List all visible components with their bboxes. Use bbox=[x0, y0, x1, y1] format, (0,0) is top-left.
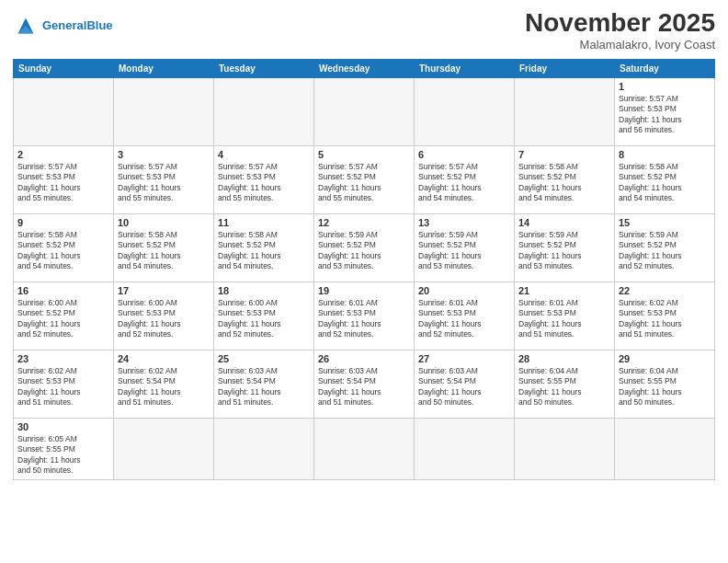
calendar-cell: 18Sunrise: 6:00 AM Sunset: 5:53 PM Dayli… bbox=[214, 282, 314, 350]
calendar-cell bbox=[415, 77, 515, 145]
day-info: Sunrise: 5:58 AM Sunset: 5:52 PM Dayligh… bbox=[518, 162, 610, 204]
day-info: Sunrise: 5:57 AM Sunset: 5:53 PM Dayligh… bbox=[218, 162, 310, 204]
day-info: Sunrise: 5:57 AM Sunset: 5:52 PM Dayligh… bbox=[318, 162, 410, 204]
day-number: 28 bbox=[518, 353, 610, 364]
weekday-header-thursday: Thursday bbox=[415, 59, 515, 77]
day-info: Sunrise: 5:57 AM Sunset: 5:53 PM Dayligh… bbox=[118, 162, 210, 204]
calendar-cell: 30Sunrise: 6:05 AM Sunset: 5:55 PM Dayli… bbox=[14, 418, 114, 479]
calendar-cell: 26Sunrise: 6:03 AM Sunset: 5:54 PM Dayli… bbox=[314, 350, 415, 418]
calendar-cell: 13Sunrise: 5:59 AM Sunset: 5:52 PM Dayli… bbox=[415, 213, 515, 282]
day-number: 6 bbox=[418, 149, 510, 160]
weekday-header-monday: Monday bbox=[114, 59, 214, 77]
day-info: Sunrise: 5:57 AM Sunset: 5:53 PM Dayligh… bbox=[17, 162, 109, 204]
day-info: Sunrise: 5:58 AM Sunset: 5:52 PM Dayligh… bbox=[118, 230, 210, 272]
calendar-cell: 16Sunrise: 6:00 AM Sunset: 5:52 PM Dayli… bbox=[14, 282, 114, 350]
day-number: 20 bbox=[418, 285, 510, 296]
day-number: 23 bbox=[17, 353, 109, 364]
calendar-cell: 12Sunrise: 5:59 AM Sunset: 5:52 PM Dayli… bbox=[314, 213, 415, 282]
calendar-cell: 22Sunrise: 6:02 AM Sunset: 5:53 PM Dayli… bbox=[615, 282, 715, 350]
calendar-cell: 7Sunrise: 5:58 AM Sunset: 5:52 PM Daylig… bbox=[515, 145, 615, 213]
calendar-cell: 5Sunrise: 5:57 AM Sunset: 5:52 PM Daylig… bbox=[314, 145, 415, 213]
title-block: November 2025 Malamalakro, Ivory Coast bbox=[525, 9, 715, 52]
calendar-cell: 28Sunrise: 6:04 AM Sunset: 5:55 PM Dayli… bbox=[515, 350, 615, 418]
day-info: Sunrise: 6:02 AM Sunset: 5:53 PM Dayligh… bbox=[619, 298, 711, 340]
day-info: Sunrise: 5:57 AM Sunset: 5:53 PM Dayligh… bbox=[619, 94, 711, 136]
calendar-body: 1Sunrise: 5:57 AM Sunset: 5:53 PM Daylig… bbox=[14, 77, 715, 479]
day-info: Sunrise: 6:04 AM Sunset: 5:55 PM Dayligh… bbox=[619, 366, 711, 408]
day-info: Sunrise: 5:59 AM Sunset: 5:52 PM Dayligh… bbox=[518, 230, 610, 272]
logo-general: General bbox=[42, 18, 86, 32]
weekday-header-row: SundayMondayTuesdayWednesdayThursdayFrid… bbox=[14, 59, 715, 77]
calendar-cell: 9Sunrise: 5:58 AM Sunset: 5:52 PM Daylig… bbox=[14, 213, 114, 282]
day-number: 17 bbox=[118, 285, 210, 296]
calendar-cell bbox=[615, 418, 715, 479]
day-number: 26 bbox=[318, 353, 410, 364]
calendar-cell: 11Sunrise: 5:58 AM Sunset: 5:52 PM Dayli… bbox=[214, 213, 314, 282]
day-number: 21 bbox=[518, 285, 610, 296]
day-number: 15 bbox=[619, 217, 711, 228]
day-number: 22 bbox=[619, 285, 711, 296]
calendar-cell bbox=[515, 418, 615, 479]
calendar-cell: 27Sunrise: 6:03 AM Sunset: 5:54 PM Dayli… bbox=[415, 350, 515, 418]
calendar-cell: 25Sunrise: 6:03 AM Sunset: 5:54 PM Dayli… bbox=[214, 350, 314, 418]
day-number: 27 bbox=[418, 353, 510, 364]
weekday-header-tuesday: Tuesday bbox=[214, 59, 314, 77]
day-info: Sunrise: 5:59 AM Sunset: 5:52 PM Dayligh… bbox=[418, 230, 510, 272]
calendar-cell: 8Sunrise: 5:58 AM Sunset: 5:52 PM Daylig… bbox=[615, 145, 715, 213]
day-info: Sunrise: 6:00 AM Sunset: 5:53 PM Dayligh… bbox=[118, 298, 210, 340]
day-number: 4 bbox=[218, 149, 310, 160]
calendar-cell: 3Sunrise: 5:57 AM Sunset: 5:53 PM Daylig… bbox=[114, 145, 214, 213]
calendar-cell bbox=[314, 77, 415, 145]
calendar-cell: 21Sunrise: 6:01 AM Sunset: 5:53 PM Dayli… bbox=[515, 282, 615, 350]
logo-blue: Blue bbox=[86, 18, 112, 32]
day-number: 8 bbox=[619, 149, 711, 160]
calendar-week-1: 1Sunrise: 5:57 AM Sunset: 5:53 PM Daylig… bbox=[14, 77, 715, 145]
logo-text: GeneralBlue bbox=[42, 18, 113, 33]
day-info: Sunrise: 5:57 AM Sunset: 5:52 PM Dayligh… bbox=[418, 162, 510, 204]
calendar-week-4: 16Sunrise: 6:00 AM Sunset: 5:52 PM Dayli… bbox=[14, 282, 715, 350]
day-info: Sunrise: 5:58 AM Sunset: 5:52 PM Dayligh… bbox=[218, 230, 310, 272]
weekday-header-saturday: Saturday bbox=[615, 59, 715, 77]
calendar-cell: 10Sunrise: 5:58 AM Sunset: 5:52 PM Dayli… bbox=[114, 213, 214, 282]
calendar-week-3: 9Sunrise: 5:58 AM Sunset: 5:52 PM Daylig… bbox=[14, 213, 715, 282]
day-info: Sunrise: 6:02 AM Sunset: 5:54 PM Dayligh… bbox=[118, 366, 210, 408]
day-number: 12 bbox=[318, 217, 410, 228]
calendar-cell: 15Sunrise: 5:59 AM Sunset: 5:52 PM Dayli… bbox=[615, 213, 715, 282]
calendar-week-5: 23Sunrise: 6:02 AM Sunset: 5:53 PM Dayli… bbox=[14, 350, 715, 418]
logo-icon bbox=[13, 13, 39, 39]
calendar-page: GeneralBlue November 2025 Malamalakro, I… bbox=[0, 0, 728, 563]
day-info: Sunrise: 6:03 AM Sunset: 5:54 PM Dayligh… bbox=[318, 366, 410, 408]
calendar-cell: 6Sunrise: 5:57 AM Sunset: 5:52 PM Daylig… bbox=[415, 145, 515, 213]
calendar-header: SundayMondayTuesdayWednesdayThursdayFrid… bbox=[14, 59, 715, 77]
day-info: Sunrise: 6:03 AM Sunset: 5:54 PM Dayligh… bbox=[218, 366, 310, 408]
calendar-cell: 29Sunrise: 6:04 AM Sunset: 5:55 PM Dayli… bbox=[615, 350, 715, 418]
calendar-cell: 20Sunrise: 6:01 AM Sunset: 5:53 PM Dayli… bbox=[415, 282, 515, 350]
day-number: 1 bbox=[619, 81, 711, 92]
day-info: Sunrise: 5:59 AM Sunset: 5:52 PM Dayligh… bbox=[619, 230, 711, 272]
day-number: 25 bbox=[218, 353, 310, 364]
day-number: 24 bbox=[118, 353, 210, 364]
calendar-cell: 19Sunrise: 6:01 AM Sunset: 5:53 PM Dayli… bbox=[314, 282, 415, 350]
day-number: 10 bbox=[118, 217, 210, 228]
day-info: Sunrise: 5:59 AM Sunset: 5:52 PM Dayligh… bbox=[318, 230, 410, 272]
calendar-cell: 23Sunrise: 6:02 AM Sunset: 5:53 PM Dayli… bbox=[14, 350, 114, 418]
day-info: Sunrise: 6:00 AM Sunset: 5:52 PM Dayligh… bbox=[17, 298, 109, 340]
calendar-cell bbox=[14, 77, 114, 145]
day-info: Sunrise: 6:03 AM Sunset: 5:54 PM Dayligh… bbox=[418, 366, 510, 408]
day-info: Sunrise: 6:01 AM Sunset: 5:53 PM Dayligh… bbox=[418, 298, 510, 340]
calendar-cell bbox=[114, 77, 214, 145]
day-number: 14 bbox=[518, 217, 610, 228]
day-info: Sunrise: 6:04 AM Sunset: 5:55 PM Dayligh… bbox=[518, 366, 610, 408]
calendar-cell bbox=[214, 77, 314, 145]
calendar-cell: 1Sunrise: 5:57 AM Sunset: 5:53 PM Daylig… bbox=[615, 77, 715, 145]
weekday-header-friday: Friday bbox=[515, 59, 615, 77]
day-number: 7 bbox=[518, 149, 610, 160]
day-number: 16 bbox=[17, 285, 109, 296]
day-info: Sunrise: 6:00 AM Sunset: 5:53 PM Dayligh… bbox=[218, 298, 310, 340]
calendar-cell: 14Sunrise: 5:59 AM Sunset: 5:52 PM Dayli… bbox=[515, 213, 615, 282]
calendar-cell bbox=[114, 418, 214, 479]
day-number: 19 bbox=[318, 285, 410, 296]
day-number: 30 bbox=[17, 421, 109, 432]
header: GeneralBlue November 2025 Malamalakro, I… bbox=[13, 9, 715, 52]
calendar-cell bbox=[314, 418, 415, 479]
